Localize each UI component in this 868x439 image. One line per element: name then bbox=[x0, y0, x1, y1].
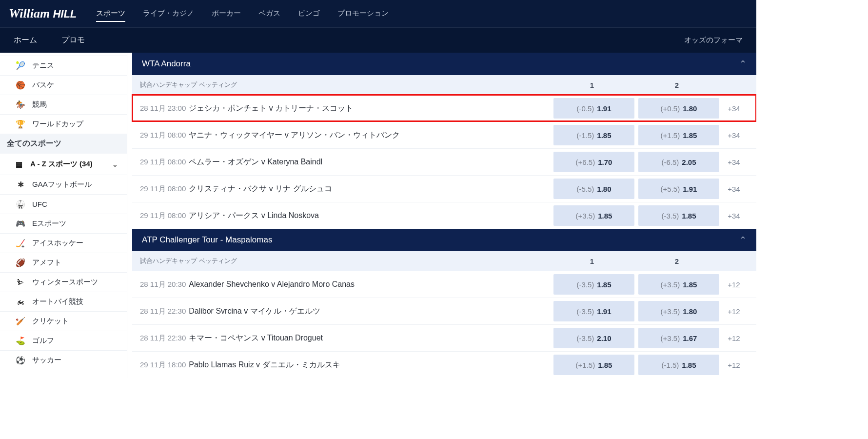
odds-value-2: 1.80 bbox=[683, 104, 697, 113]
odds-button-1[interactable]: (-0.5)1.91 bbox=[553, 98, 634, 119]
sidebar-sport-5[interactable]: ⛷ウィンタースポーツ bbox=[0, 272, 127, 292]
sidebar-sport-9[interactable]: ⚽サッカー bbox=[0, 350, 127, 370]
odds-button-2[interactable]: (+5.5)1.91 bbox=[638, 179, 719, 199]
topnav-item-0[interactable]: スポーツ bbox=[96, 6, 125, 22]
more-bets-link[interactable]: +34 bbox=[719, 212, 749, 220]
odds-button-2[interactable]: (+3.5)1.67 bbox=[638, 328, 719, 348]
sport-icon: ⛳ bbox=[16, 336, 25, 346]
chevron-up-icon: ⌃ bbox=[739, 59, 747, 69]
match-datetime: 28 11月 22:30 bbox=[140, 307, 186, 316]
column-header-row: 試合ハンデキャップ ベッティング12 bbox=[132, 75, 756, 95]
sidebar-top-label: 競馬 bbox=[32, 100, 47, 109]
match-row: 29 11月 08:00アリシア・パークス v Linda Noskova(+3… bbox=[132, 202, 756, 229]
odds-format-link[interactable]: オッズのフォーマ bbox=[684, 36, 743, 45]
more-bets-link[interactable]: +12 bbox=[719, 361, 749, 369]
col-head-1: 1 bbox=[552, 81, 632, 89]
match-row: 29 11月 18:00Pablo Llamas Ruiz v ダニエル・ミカル… bbox=[132, 351, 756, 378]
odds-button-1[interactable]: (+6.5)1.70 bbox=[553, 152, 634, 172]
handicap-1: (-3.5) bbox=[576, 280, 594, 289]
subnav-item-0[interactable]: ホーム bbox=[14, 35, 37, 45]
sidebar-all-sports-header: 全てのスポーツ bbox=[0, 134, 127, 154]
logo-script: William bbox=[9, 6, 50, 20]
more-bets-link[interactable]: +12 bbox=[719, 280, 749, 289]
more-bets-link[interactable]: +34 bbox=[719, 185, 749, 193]
odds-value-1: 1.85 bbox=[597, 131, 611, 140]
odds-button-2[interactable]: (+3.5)1.80 bbox=[638, 301, 719, 321]
odds-button-2[interactable]: (-3.5)1.85 bbox=[638, 205, 719, 226]
sub-nav: ホームプロモ オッズのフォーマ bbox=[0, 27, 756, 53]
handicap-1: (-1.5) bbox=[576, 131, 594, 140]
odds-button-2[interactable]: (+1.5)1.85 bbox=[638, 125, 719, 145]
sidebar-sport-label: クリケット bbox=[32, 317, 69, 326]
match-title[interactable]: Pablo Llamas Ruiz v ダニエル・ミカルスキ bbox=[189, 360, 553, 370]
match-title[interactable]: キマー・コペヤンス v Titouan Droguet bbox=[189, 333, 553, 343]
brand-logo[interactable]: William HILL bbox=[9, 6, 77, 21]
handicap-2: (+5.5) bbox=[661, 185, 680, 193]
chevron-up-icon: ⌃ bbox=[739, 235, 747, 245]
topnav-item-4[interactable]: ビンゴ bbox=[298, 6, 320, 22]
sidebar-top-3[interactable]: 🏆ワールドカップ bbox=[0, 114, 127, 134]
odds-button-2[interactable]: (+3.5)1.85 bbox=[638, 274, 719, 295]
topnav-item-3[interactable]: ベガス bbox=[258, 6, 280, 22]
sport-icon: 🏒 bbox=[16, 239, 25, 248]
handicap-2: (-3.5) bbox=[661, 212, 679, 220]
match-title[interactable]: ペムラー・オズゲン v Kateryna Baindl bbox=[189, 157, 553, 167]
match-title[interactable]: ヤニナ・ウィックマイヤー v アリソン・バン・ウィトバンク bbox=[189, 130, 553, 140]
odds-button-1[interactable]: (-3.5)2.10 bbox=[553, 328, 634, 348]
match-title[interactable]: クリスティナ・バクサ v リナ グルシュコ bbox=[189, 184, 553, 194]
sidebar-sport-0[interactable]: ✱GAAフットボール bbox=[0, 175, 127, 194]
sidebar-top-1[interactable]: 🏀バスケ bbox=[0, 75, 127, 95]
handicap-1: (+6.5) bbox=[576, 158, 595, 166]
handicap-2: (+3.5) bbox=[661, 307, 680, 316]
sport-icon: ✱ bbox=[16, 180, 25, 190]
odds-button-1[interactable]: (-3.5)1.85 bbox=[553, 274, 634, 295]
more-bets-link[interactable]: +12 bbox=[719, 307, 749, 316]
sidebar-top-0[interactable]: 🎾テニス bbox=[0, 56, 127, 75]
sidebar-sport-8[interactable]: ⛳ゴルフ bbox=[0, 331, 127, 350]
odds-button-1[interactable]: (-3.5)1.91 bbox=[553, 301, 634, 321]
section-header[interactable]: ATP Challenger Tour - Maspalomas⌃ bbox=[132, 229, 756, 251]
section-header[interactable]: WTA Andorra⌃ bbox=[132, 53, 756, 75]
sidebar-sport-2[interactable]: 🎮Eスポーツ bbox=[0, 214, 127, 233]
sidebar-az-sports[interactable]: ▦ A - Z スポーツ (34) ⌄ bbox=[0, 154, 127, 175]
odds-button-1[interactable]: (-5.5)1.80 bbox=[553, 179, 634, 199]
topnav-item-2[interactable]: ポーカー bbox=[212, 6, 241, 22]
match-datetime: 28 11月 22:30 bbox=[140, 334, 186, 343]
more-bets-link[interactable]: +34 bbox=[719, 131, 749, 140]
odds-button-2[interactable]: (-6.5)2.05 bbox=[638, 152, 719, 172]
match-title[interactable]: ジェシカ・ポンチェト v カトリーナ・スコット bbox=[189, 103, 553, 114]
sidebar-sport-4[interactable]: 🏈アメフト bbox=[0, 253, 127, 272]
top-nav: William HILL スポーツライブ・カジノポーカーベガスビンゴプロモーショ… bbox=[0, 0, 756, 27]
odds-value-2: 1.67 bbox=[683, 334, 697, 342]
odds-button-2[interactable]: (-1.5)1.85 bbox=[638, 355, 719, 375]
sidebar-sport-6[interactable]: 🏍オートバイ競技 bbox=[0, 292, 127, 311]
handicap-1: (-0.5) bbox=[576, 104, 594, 113]
more-bets-link[interactable]: +34 bbox=[719, 104, 749, 113]
odds-value-1: 1.85 bbox=[597, 280, 611, 289]
sport-icon: 🎾 bbox=[16, 61, 25, 71]
odds-button-1[interactable]: (+1.5)1.85 bbox=[553, 355, 634, 375]
sidebar-sport-7[interactable]: 🏏クリケット bbox=[0, 311, 127, 331]
match-title[interactable]: Alexander Shevchenko v Alejandro Moro Ca… bbox=[189, 280, 553, 289]
topnav-item-1[interactable]: ライブ・カジノ bbox=[143, 6, 194, 22]
match-title[interactable]: Dalibor Svrcina v マイケル・ゲエルツ bbox=[189, 306, 553, 317]
more-bets-link[interactable]: +12 bbox=[719, 334, 749, 342]
handicap-1: (+1.5) bbox=[576, 361, 595, 369]
col-head-2: 2 bbox=[636, 257, 717, 265]
sidebar-top-2[interactable]: 🏇競馬 bbox=[0, 95, 127, 114]
odds-button-1[interactable]: (-1.5)1.85 bbox=[553, 125, 634, 145]
odds-value-2: 1.85 bbox=[682, 361, 696, 369]
more-bets-link[interactable]: +34 bbox=[719, 158, 749, 166]
subnav-item-1[interactable]: プロモ bbox=[61, 35, 85, 45]
sidebar-sport-label: オートバイ競技 bbox=[32, 297, 83, 306]
match-datetime: 29 11月 08:00 bbox=[140, 158, 186, 167]
sidebar-sport-1[interactable]: 🥋UFC bbox=[0, 194, 127, 214]
sidebar-sport-3[interactable]: 🏒アイスホッケー bbox=[0, 233, 127, 253]
match-row: 29 11月 08:00クリスティナ・バクサ v リナ グルシュコ(-5.5)1… bbox=[132, 175, 756, 202]
topnav-item-5[interactable]: プロモーション bbox=[337, 6, 389, 22]
odds-button-1[interactable]: (+3.5)1.85 bbox=[553, 205, 634, 226]
odds-button-2[interactable]: (+0.5)1.80 bbox=[638, 98, 719, 119]
handicap-2: (+1.5) bbox=[661, 131, 680, 140]
odds-value-1: 1.85 bbox=[598, 212, 612, 220]
match-title[interactable]: アリシア・パークス v Linda Noskova bbox=[189, 211, 553, 221]
